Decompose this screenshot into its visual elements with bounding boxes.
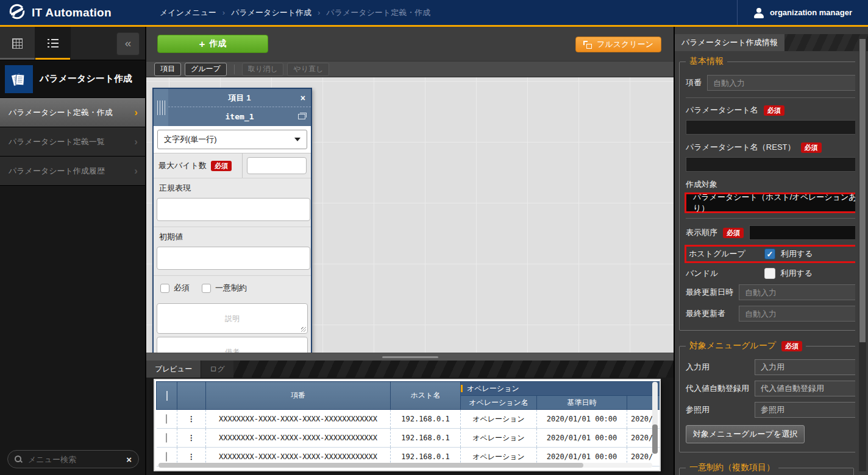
sidebar-menu-title: パラメータシート作成 [40, 73, 132, 85]
host-group-checkbox[interactable]: ✓ [764, 248, 775, 259]
default-value-input[interactable] [157, 247, 310, 270]
sheet-name-input[interactable] [686, 120, 855, 135]
regex-input[interactable] [157, 198, 310, 221]
table-vertical-scrollbar[interactable] [652, 382, 658, 454]
cell-host: 192.168.0.1 [391, 410, 461, 429]
sidebar-item-definition-create[interactable]: パラメータシート定義・作成 › [0, 97, 145, 127]
creation-target-value: パラメータシート（ホスト/オペレーションあり） [693, 192, 855, 214]
search-icon [15, 456, 23, 463]
required-badge: 必須 [781, 341, 802, 351]
user-menu[interactable]: organization manager [737, 0, 868, 25]
table-horizontal-scrollbar[interactable] [158, 463, 652, 468]
user-name: organization manager [770, 8, 852, 17]
create-button-label: 作成 [209, 38, 226, 49]
select-all-checkbox[interactable] [166, 391, 168, 401]
breadcrumb-separator-icon: › [318, 8, 320, 17]
divider [686, 218, 855, 219]
for-input-field[interactable] [755, 359, 855, 375]
item-no-input [707, 75, 855, 91]
fullscreen-icon [583, 41, 592, 49]
rename-popup-icon[interactable] [298, 114, 305, 119]
kebab-menu-icon[interactable]: ⋮ [177, 429, 206, 448]
note-textarea[interactable]: 備考 [157, 337, 308, 353]
tab-sheet-info[interactable]: パラメータシート作成情報 [675, 34, 784, 51]
create-button[interactable]: + 作成 [157, 35, 268, 53]
for-reference-field[interactable] [755, 402, 855, 418]
drag-handle-icon [157, 100, 165, 115]
divider [686, 97, 855, 98]
bundle-checkbox[interactable] [764, 268, 775, 279]
fullscreen-button[interactable]: フルスクリーン [575, 37, 661, 52]
close-icon[interactable]: × [301, 94, 305, 102]
item-panel-title: 項目 1 [229, 93, 251, 104]
item-type-select[interactable]: 文字列(単一行) [157, 130, 307, 149]
tab-log[interactable]: ログ [201, 361, 233, 378]
table-row: ⋮ XXXXXXXX-XXXX-XXXX-XXXX-XXXXXXXXXXXX 1… [157, 410, 660, 429]
row-checkbox[interactable] [166, 414, 167, 424]
add-item-button[interactable]: 項目 [154, 63, 181, 76]
item-name[interactable]: item_1 [226, 112, 254, 121]
row-checkbox[interactable] [166, 433, 167, 443]
unique-constraint-checkbox[interactable] [202, 284, 211, 293]
breadcrumb-parameter-sheet-creation[interactable]: パラメータシート作成 [231, 7, 311, 18]
breadcrumb-main-menu[interactable]: メインメニュー [160, 7, 216, 18]
breadcrumb-separator-icon: › [222, 8, 225, 17]
user-icon [753, 8, 764, 18]
creation-target-annotation: パラメータシート（ホスト/オペレーションあり） [686, 194, 855, 211]
column-header-base-datetime: 基準日時 [537, 396, 627, 410]
undo-button[interactable]: 取り消し [242, 63, 284, 76]
tab-preview[interactable]: プレビュー [146, 361, 201, 378]
redo-button[interactable]: やり直し [287, 63, 329, 76]
row-checkbox[interactable] [166, 452, 167, 462]
sheet-name-rest-input[interactable] [686, 157, 855, 172]
regex-label: 正規表現 [154, 178, 311, 196]
app-header: IT Automation メインメニュー › パラメータシート作成 › パラメ… [0, 0, 868, 27]
sidebar: « パラメータシート作成 パラメータシート定義・作成 › パラメータシート定義一… [0, 27, 146, 475]
it-automation-app: IT Automation メインメニュー › パラメータシート作成 › パラメ… [0, 0, 868, 475]
sidebar-collapse-button[interactable]: « [116, 32, 140, 55]
cell-item-no: XXXXXXXX-XXXX-XXXX-XXXX-XXXXXXXXXXXX [206, 410, 391, 429]
panel-scrollbar[interactable] [859, 37, 866, 471]
preview-table: 項番 ホスト名 オペレーション オペレーション名 基準日時 実 [156, 381, 660, 466]
max-bytes-input[interactable] [247, 157, 307, 174]
for-input-label: 入力用 [686, 362, 749, 373]
scrollbar-thumb[interactable] [859, 39, 866, 342]
description-textarea[interactable]: 説明 [157, 303, 308, 334]
for-substitution-field[interactable] [755, 381, 855, 396]
scrollbar-thumb[interactable] [158, 463, 583, 468]
bundle-use-label: 利用する [781, 268, 855, 279]
last-updater-label: 最終更新者 [686, 308, 725, 319]
splitter-grip-icon [382, 356, 438, 358]
preview-table-container: 項番 ホスト名 オペレーション オペレーション名 基準日時 実 [155, 380, 660, 470]
app-logo-icon [8, 2, 26, 23]
select-target-menu-group-button[interactable]: 対象メニューグループを選択 [686, 425, 805, 443]
sidebar-item-definition-list[interactable]: パラメータシート定義一覧 › [0, 127, 145, 156]
cell-operation-name: オペレーション [461, 410, 537, 429]
menu-search-input[interactable] [27, 454, 122, 465]
column-header-operation-name: オペレーション名 [461, 396, 537, 410]
unique-checkbox-label: 一意制約 [215, 283, 247, 294]
chevron-down-icon [855, 201, 855, 205]
sidebar-item-label: パラメータシート定義・作成 [9, 107, 113, 118]
display-order-input[interactable] [749, 225, 855, 240]
item-no-label: 項番 [686, 77, 702, 88]
group-accent-bar [461, 385, 463, 392]
app-logo[interactable]: IT Automation [0, 0, 146, 25]
add-group-button[interactable]: グループ [185, 63, 227, 76]
sidebar-tab-bar: « [0, 27, 145, 60]
kebab-menu-icon[interactable]: ⋮ [177, 410, 206, 429]
search-clear-icon[interactable]: × [126, 454, 132, 465]
item-type-value: 文字列(単一行) [164, 134, 217, 145]
table-row: ⋮ XXXXXXXX-XXXX-XXXX-XXXX-XXXXXXXXXXXX 1… [157, 429, 660, 448]
sheet-editor-canvas[interactable]: 項目 1 × item_1 文字列(単一行) [146, 77, 674, 353]
required-badge: 必須 [764, 105, 784, 116]
required-checkbox-label: 必須 [174, 283, 190, 294]
sidebar-item-creation-history[interactable]: パラメータシート作成履歴 › [0, 156, 145, 185]
tab-menu-grid[interactable] [0, 27, 35, 60]
tab-menu-list[interactable] [35, 27, 71, 60]
drag-handle[interactable] [154, 89, 168, 126]
splitter-handle[interactable] [146, 353, 674, 361]
creation-target-select[interactable]: パラメータシート（ホスト/オペレーションあり） [686, 194, 855, 211]
required-checkbox[interactable] [160, 284, 169, 293]
chevron-right-icon: › [134, 165, 138, 177]
